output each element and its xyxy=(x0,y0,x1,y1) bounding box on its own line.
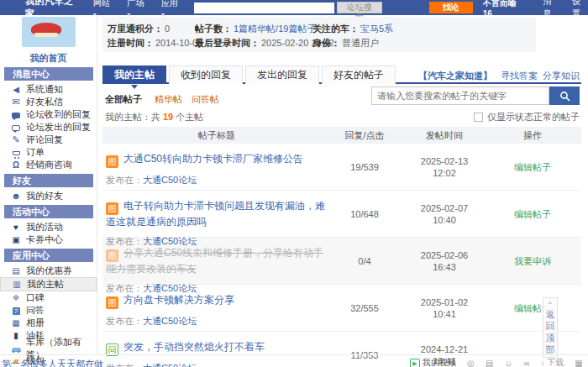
footer-ad-link[interactable]: 第一名很多人天天都在做 xyxy=(2,358,103,367)
checkbox-icon[interactable] xyxy=(474,113,483,122)
envelope-icon xyxy=(10,97,22,107)
speaker-icon xyxy=(10,85,22,95)
download-button[interactable]: ↓ 下载 xyxy=(541,357,564,367)
sidebar-item-qa[interactable]: ? 问答 xyxy=(0,304,97,317)
stat-label: 最后登录时间： xyxy=(195,38,260,48)
post-date: 2025-01-0210:41 xyxy=(398,285,491,331)
forum-link[interactable]: 大通C50论坛 xyxy=(143,175,197,185)
post-count: 19 xyxy=(163,112,173,122)
zhidao-links: 【汽车之家知道】寻找答案分享知识 xyxy=(418,70,580,82)
sidebar-section-messages: 消息中心 xyxy=(4,67,93,81)
image-post-badge: 图 xyxy=(106,296,118,309)
tab-replies-sent[interactable]: 发出的回复 xyxy=(245,66,319,84)
posted-in-label: 发布在： xyxy=(106,316,143,326)
post-row-deleted: 图分享大通C50线束和维修手册，分享给有动手能力需要改装的车友 发布在：大通C5… xyxy=(102,238,581,285)
sidebar-item-my-posts[interactable]: 我的主帖 xyxy=(0,277,97,291)
filter-qa-posts[interactable]: 问答帖 xyxy=(192,93,219,106)
top-navigation-bar: 我的汽车之家 网站 广场 应用 论坛搜索 找论坛 不言而喻16... 消息 设置 xyxy=(0,0,588,15)
stat-value: 0 xyxy=(165,24,170,34)
followed-car-link[interactable]: 宝马5系 xyxy=(360,24,393,34)
col-date: 发帖时间 xyxy=(398,129,491,142)
tab-bar: 我的主帖 收到的回复 发出的回复 好友的帖子 【汽车之家知道】寻找答案分享知识 xyxy=(102,66,581,84)
posted-in-label: 发布在： xyxy=(106,363,143,367)
sidebar-item-private-messages[interactable]: 好友私信 xyxy=(0,96,97,108)
sidebar-item-album[interactable]: 相册 xyxy=(0,317,97,329)
edit-post-link[interactable]: 编辑帖子 xyxy=(514,208,551,220)
find-forum-button[interactable]: 找论坛 xyxy=(429,2,473,13)
post-search-input[interactable] xyxy=(371,87,549,105)
replies-clicks: 0/4 xyxy=(331,238,398,284)
sidebar-item-my-friends[interactable]: 我的好友 xyxy=(0,190,97,202)
face-icon[interactable]: ☺ xyxy=(504,359,512,367)
forum-link[interactable]: 大通C50论坛 xyxy=(143,363,197,367)
filter-row: 全部帖子 精华帖 问答帖 xyxy=(102,87,581,109)
coupon-icon xyxy=(10,266,22,276)
find-answers-link[interactable]: 寻找答案 xyxy=(501,71,538,81)
stat-label: 关注的车： xyxy=(312,24,359,34)
edit-post-link[interactable]: 编辑帖子 xyxy=(514,161,551,173)
sidebar-section-apps: 应用中心 xyxy=(4,249,93,262)
posts-count-link[interactable]: 1篇精华帖/19篇帖子 xyxy=(234,24,316,34)
post-title-link[interactable]: 突发，手动挡突然熄火打不着车 xyxy=(123,341,265,353)
magnifier-icon xyxy=(559,91,570,102)
sidebar-section-activities: 活动中心 xyxy=(4,205,93,218)
post-date: 2025-02-0710:40 xyxy=(398,191,491,237)
stat-label: 身份： xyxy=(312,38,340,48)
share-knowledge-link[interactable]: 分享知识 xyxy=(543,71,580,81)
forum-search-button[interactable]: 论坛搜索 xyxy=(337,2,382,13)
main-content: 万里通积分：0 帖子数：1篇精华帖/19篇帖子 关注的车：宝马5系 注册时间：2… xyxy=(102,15,581,367)
replies-clicks: 19/539 xyxy=(331,144,398,190)
headset-icon xyxy=(10,160,22,170)
sidebar-item-my-coupons[interactable]: 我的优惠券 xyxy=(0,265,97,277)
back-to-top-button[interactable]: ^ 返回顶部 xyxy=(543,297,558,358)
bottom-dock: ▶我的视频 ◎ ▤ ☺ ∞ ↓ 下载 ▦ xyxy=(410,357,583,367)
my-video-button[interactable]: ▶我的视频 xyxy=(410,357,456,367)
col-replies: 回复/点击 xyxy=(331,129,398,142)
sidebar-item-my-activities[interactable]: 我的活动 xyxy=(0,221,97,233)
share-icon[interactable]: ∞ xyxy=(523,359,529,367)
sidebar-item-comment-replies[interactable]: 评论回复 xyxy=(0,134,97,146)
my-homepage-link[interactable]: 我的首页 xyxy=(0,52,97,65)
sidebar-item-coupon-center[interactable]: 卡券中心 xyxy=(0,233,97,246)
tab-replies-received[interactable]: 收到的回复 xyxy=(169,66,243,84)
play-icon: ▶ xyxy=(410,359,420,367)
tab-friends-posts[interactable]: 好友的帖子 xyxy=(322,66,396,84)
post-title-link[interactable]: 电子转向助力卡滞卡顿问题且发现有漏油，难道这就是通病的原因吗 xyxy=(106,200,325,228)
col-title: 帖子标题 xyxy=(102,129,331,142)
sidebar-item-dealer-consult[interactable]: 经销商咨询 xyxy=(0,159,97,171)
photo-album-icon xyxy=(10,318,22,328)
fuel-pump-icon xyxy=(10,331,22,341)
post-date: 2025-02-1312:02 xyxy=(398,144,491,190)
bottom-divider xyxy=(0,354,588,355)
table-header: 帖子标题 回复/点击 发帖时间 操作 xyxy=(102,127,581,144)
post-title-link[interactable]: 大通C50转向助力卡顿卡滞厂家维修公告 xyxy=(123,153,303,165)
show-normal-only-toggle[interactable]: 仅显示状态正常的帖子 xyxy=(474,109,580,125)
sidebar-item-forum-replies-sent[interactable]: 论坛发出的回复 xyxy=(0,121,97,134)
col-action: 操作 xyxy=(491,129,575,142)
image-post-badge: 图 xyxy=(106,155,118,168)
post-search-button[interactable] xyxy=(549,87,580,105)
user-avatar[interactable] xyxy=(22,17,76,47)
forum-link[interactable]: 大通C50论坛 xyxy=(143,316,197,326)
post-search xyxy=(371,87,580,105)
stat-value: 普通用户 xyxy=(342,38,379,48)
posts-icon xyxy=(11,280,23,290)
helmet-icon[interactable]: ◎ xyxy=(467,359,475,367)
header-search-input[interactable] xyxy=(194,3,334,13)
sidebar-item-koubei[interactable]: 口碑 xyxy=(0,291,97,304)
replies-clicks: 11/353 xyxy=(331,332,398,367)
printer-icon[interactable]: ▦ xyxy=(575,359,582,367)
appeal-link[interactable]: 我要申诉 xyxy=(514,255,551,267)
koubei-icon xyxy=(10,293,22,303)
sidebar-item-system-notice[interactable]: 系统通知 xyxy=(0,83,97,96)
sidebar-item-orders[interactable]: 订单 xyxy=(0,146,97,159)
summary-prefix: 我的主帖：共 xyxy=(105,112,160,122)
filter-all-posts[interactable]: 全部帖子 xyxy=(105,93,142,106)
post-title-link[interactable]: 方向盘卡顿解决方案分享 xyxy=(123,294,234,306)
sidebar-item-garage[interactable]: 车库（添加有奖） xyxy=(0,342,97,354)
sidebar-item-forum-replies-received[interactable]: 论坛收到的回复 xyxy=(0,108,97,121)
post-title-link[interactable]: 分享大通C50线束和维修手册，分享给有动手能力需要改装的车友 xyxy=(106,247,323,275)
tab-my-posts[interactable]: 我的主帖 xyxy=(102,66,166,84)
filter-essence-posts[interactable]: 精华帖 xyxy=(155,93,182,106)
monitor-icon[interactable]: ▤ xyxy=(486,359,493,367)
